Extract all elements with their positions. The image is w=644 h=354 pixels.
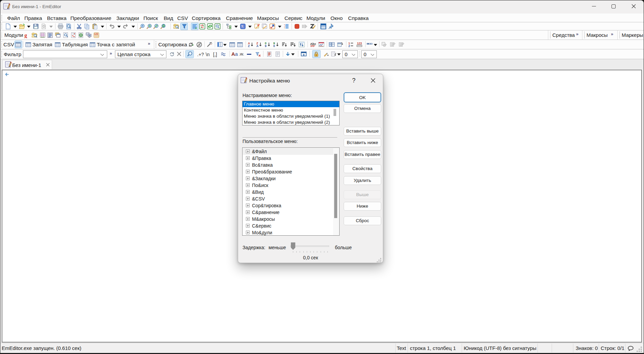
svg-text:Abc: Abc: [310, 42, 316, 46]
svg-text:0: 0: [273, 44, 275, 48]
svg-text:g: g: [24, 32, 27, 38]
svg-text:9: 9: [265, 44, 267, 48]
svg-text:A: A: [256, 44, 258, 48]
svg-text:c: c: [243, 26, 244, 29]
svg-text:Z: Z: [248, 44, 250, 48]
svg-text:2: 2: [348, 44, 350, 48]
svg-text:123: 123: [357, 42, 362, 45]
svg-text:123: 123: [94, 33, 98, 35]
